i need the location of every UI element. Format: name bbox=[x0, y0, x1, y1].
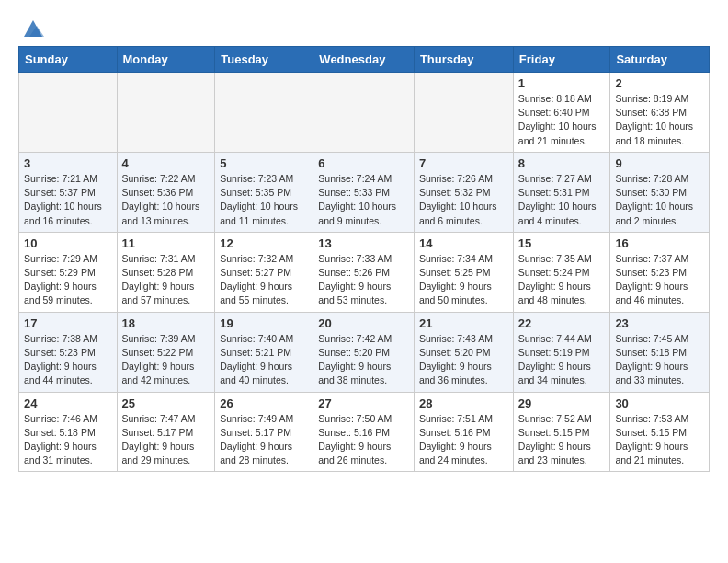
calendar-cell: 24Sunrise: 7:46 AM Sunset: 5:18 PM Dayli… bbox=[19, 392, 118, 472]
calendar-cell bbox=[19, 73, 118, 153]
day-info: Sunrise: 7:31 AM Sunset: 5:28 PM Dayligh… bbox=[122, 252, 210, 308]
day-info: Sunrise: 7:39 AM Sunset: 5:22 PM Dayligh… bbox=[122, 332, 210, 388]
day-info: Sunrise: 7:47 AM Sunset: 5:17 PM Dayligh… bbox=[122, 412, 210, 468]
day-number: 24 bbox=[24, 396, 112, 410]
day-number: 26 bbox=[220, 396, 308, 410]
day-number: 11 bbox=[122, 236, 210, 250]
day-number: 30 bbox=[615, 396, 704, 410]
day-number: 7 bbox=[419, 156, 508, 170]
calendar-week-row: 24Sunrise: 7:46 AM Sunset: 5:18 PM Dayli… bbox=[19, 392, 710, 472]
day-info: Sunrise: 7:33 AM Sunset: 5:26 PM Dayligh… bbox=[318, 252, 409, 308]
calendar-cell: 12Sunrise: 7:32 AM Sunset: 5:27 PM Dayli… bbox=[215, 232, 313, 312]
day-number: 14 bbox=[419, 236, 508, 250]
header-sunday: Sunday bbox=[19, 47, 118, 73]
day-number: 18 bbox=[122, 316, 210, 330]
day-number: 29 bbox=[518, 396, 606, 410]
day-info: Sunrise: 7:50 AM Sunset: 5:16 PM Dayligh… bbox=[318, 412, 409, 468]
calendar-cell: 11Sunrise: 7:31 AM Sunset: 5:28 PM Dayli… bbox=[117, 232, 215, 312]
calendar-cell: 26Sunrise: 7:49 AM Sunset: 5:17 PM Dayli… bbox=[215, 392, 313, 472]
day-info: Sunrise: 7:53 AM Sunset: 5:15 PM Dayligh… bbox=[615, 412, 704, 468]
day-info: Sunrise: 7:21 AM Sunset: 5:37 PM Dayligh… bbox=[24, 172, 112, 228]
header-thursday: Thursday bbox=[414, 47, 513, 73]
day-number: 28 bbox=[419, 396, 508, 410]
calendar-cell: 27Sunrise: 7:50 AM Sunset: 5:16 PM Dayli… bbox=[313, 392, 415, 472]
calendar-week-row: 17Sunrise: 7:38 AM Sunset: 5:23 PM Dayli… bbox=[19, 312, 710, 392]
header bbox=[18, 15, 710, 37]
calendar-cell: 3Sunrise: 7:21 AM Sunset: 5:37 PM Daylig… bbox=[19, 152, 118, 232]
day-info: Sunrise: 7:23 AM Sunset: 5:35 PM Dayligh… bbox=[220, 172, 308, 228]
day-number: 16 bbox=[615, 236, 704, 250]
day-number: 20 bbox=[318, 316, 409, 330]
day-number: 9 bbox=[615, 156, 704, 170]
day-number: 8 bbox=[518, 156, 606, 170]
day-info: Sunrise: 7:35 AM Sunset: 5:24 PM Dayligh… bbox=[518, 252, 606, 308]
day-info: Sunrise: 7:46 AM Sunset: 5:18 PM Dayligh… bbox=[24, 412, 112, 468]
calendar-cell: 5Sunrise: 7:23 AM Sunset: 5:35 PM Daylig… bbox=[215, 152, 313, 232]
day-info: Sunrise: 8:18 AM Sunset: 6:40 PM Dayligh… bbox=[518, 92, 606, 148]
day-info: Sunrise: 7:32 AM Sunset: 5:27 PM Dayligh… bbox=[220, 252, 308, 308]
calendar-cell: 30Sunrise: 7:53 AM Sunset: 5:15 PM Dayli… bbox=[610, 392, 710, 472]
day-info: Sunrise: 8:19 AM Sunset: 6:38 PM Dayligh… bbox=[615, 92, 704, 148]
day-info: Sunrise: 7:51 AM Sunset: 5:16 PM Dayligh… bbox=[419, 412, 508, 468]
day-number: 1 bbox=[518, 76, 606, 90]
day-info: Sunrise: 7:26 AM Sunset: 5:32 PM Dayligh… bbox=[419, 172, 508, 228]
header-saturday: Saturday bbox=[610, 47, 710, 73]
day-number: 27 bbox=[318, 396, 409, 410]
header-tuesday: Tuesday bbox=[215, 47, 313, 73]
calendar-cell: 7Sunrise: 7:26 AM Sunset: 5:32 PM Daylig… bbox=[414, 152, 513, 232]
day-info: Sunrise: 7:24 AM Sunset: 5:33 PM Dayligh… bbox=[318, 172, 409, 228]
calendar-cell bbox=[313, 73, 415, 153]
calendar-cell: 16Sunrise: 7:37 AM Sunset: 5:23 PM Dayli… bbox=[610, 232, 710, 312]
day-info: Sunrise: 7:29 AM Sunset: 5:29 PM Dayligh… bbox=[24, 252, 112, 308]
day-info: Sunrise: 7:34 AM Sunset: 5:25 PM Dayligh… bbox=[419, 252, 508, 308]
day-info: Sunrise: 7:44 AM Sunset: 5:19 PM Dayligh… bbox=[518, 332, 606, 388]
day-info: Sunrise: 7:45 AM Sunset: 5:18 PM Dayligh… bbox=[615, 332, 704, 388]
day-info: Sunrise: 7:27 AM Sunset: 5:31 PM Dayligh… bbox=[518, 172, 606, 228]
calendar-table: Sunday Monday Tuesday Wednesday Thursday… bbox=[18, 46, 710, 472]
calendar-cell: 15Sunrise: 7:35 AM Sunset: 5:24 PM Dayli… bbox=[513, 232, 610, 312]
day-number: 4 bbox=[122, 156, 210, 170]
header-friday: Friday bbox=[513, 47, 610, 73]
header-monday: Monday bbox=[117, 47, 215, 73]
calendar-cell: 10Sunrise: 7:29 AM Sunset: 5:29 PM Dayli… bbox=[19, 232, 118, 312]
day-number: 17 bbox=[24, 316, 112, 330]
calendar-week-row: 1Sunrise: 8:18 AM Sunset: 6:40 PM Daylig… bbox=[19, 73, 710, 153]
day-number: 12 bbox=[220, 236, 308, 250]
calendar-cell: 14Sunrise: 7:34 AM Sunset: 5:25 PM Dayli… bbox=[414, 232, 513, 312]
calendar-cell: 23Sunrise: 7:45 AM Sunset: 5:18 PM Dayli… bbox=[610, 312, 710, 392]
day-number: 5 bbox=[220, 156, 308, 170]
calendar-cell: 22Sunrise: 7:44 AM Sunset: 5:19 PM Dayli… bbox=[513, 312, 610, 392]
calendar-week-row: 10Sunrise: 7:29 AM Sunset: 5:29 PM Dayli… bbox=[19, 232, 710, 312]
calendar-cell: 20Sunrise: 7:42 AM Sunset: 5:20 PM Dayli… bbox=[313, 312, 415, 392]
calendar-cell bbox=[117, 73, 215, 153]
calendar-cell: 8Sunrise: 7:27 AM Sunset: 5:31 PM Daylig… bbox=[513, 152, 610, 232]
day-info: Sunrise: 7:38 AM Sunset: 5:23 PM Dayligh… bbox=[24, 332, 112, 388]
day-info: Sunrise: 7:42 AM Sunset: 5:20 PM Dayligh… bbox=[318, 332, 409, 388]
day-number: 2 bbox=[615, 76, 704, 90]
day-number: 23 bbox=[615, 316, 704, 330]
calendar-cell: 29Sunrise: 7:52 AM Sunset: 5:15 PM Dayli… bbox=[513, 392, 610, 472]
calendar-cell: 18Sunrise: 7:39 AM Sunset: 5:22 PM Dayli… bbox=[117, 312, 215, 392]
calendar-cell: 25Sunrise: 7:47 AM Sunset: 5:17 PM Dayli… bbox=[117, 392, 215, 472]
calendar-cell: 13Sunrise: 7:33 AM Sunset: 5:26 PM Dayli… bbox=[313, 232, 415, 312]
day-info: Sunrise: 7:37 AM Sunset: 5:23 PM Dayligh… bbox=[615, 252, 704, 308]
day-number: 22 bbox=[518, 316, 606, 330]
day-info: Sunrise: 7:49 AM Sunset: 5:17 PM Dayligh… bbox=[220, 412, 308, 468]
day-info: Sunrise: 7:43 AM Sunset: 5:20 PM Dayligh… bbox=[419, 332, 508, 388]
day-number: 13 bbox=[318, 236, 409, 250]
day-number: 3 bbox=[24, 156, 112, 170]
calendar-cell bbox=[215, 73, 313, 153]
calendar-cell: 2Sunrise: 8:19 AM Sunset: 6:38 PM Daylig… bbox=[610, 73, 710, 153]
day-info: Sunrise: 7:40 AM Sunset: 5:21 PM Dayligh… bbox=[220, 332, 308, 388]
calendar-cell: 1Sunrise: 8:18 AM Sunset: 6:40 PM Daylig… bbox=[513, 73, 610, 153]
calendar-cell: 28Sunrise: 7:51 AM Sunset: 5:16 PM Dayli… bbox=[414, 392, 513, 472]
calendar-cell: 6Sunrise: 7:24 AM Sunset: 5:33 PM Daylig… bbox=[313, 152, 415, 232]
logo bbox=[18, 15, 46, 37]
day-number: 15 bbox=[518, 236, 606, 250]
day-number: 21 bbox=[419, 316, 508, 330]
calendar-header-row: Sunday Monday Tuesday Wednesday Thursday… bbox=[19, 47, 710, 73]
calendar-cell: 21Sunrise: 7:43 AM Sunset: 5:20 PM Dayli… bbox=[414, 312, 513, 392]
calendar-cell: 17Sunrise: 7:38 AM Sunset: 5:23 PM Dayli… bbox=[19, 312, 118, 392]
day-info: Sunrise: 7:28 AM Sunset: 5:30 PM Dayligh… bbox=[615, 172, 704, 228]
calendar-cell: 4Sunrise: 7:22 AM Sunset: 5:36 PM Daylig… bbox=[117, 152, 215, 232]
